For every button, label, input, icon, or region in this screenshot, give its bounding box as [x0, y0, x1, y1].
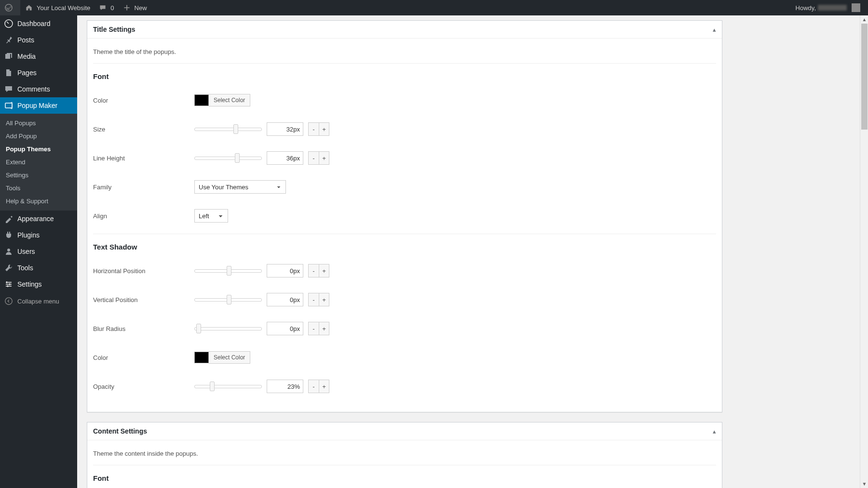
blur-input[interactable] — [267, 322, 303, 335]
field-opacity: Opacity - + — [93, 375, 716, 397]
sidebar-item-plugins[interactable]: Plugins — [0, 227, 77, 243]
sidebar-item-popup-maker[interactable]: Popup Maker — [0, 97, 77, 114]
field-blur: Blur Radius - + — [93, 317, 716, 340]
site-name: Your Local Website — [37, 4, 90, 12]
decrement-button[interactable]: - — [308, 293, 319, 306]
submenu-item-extend[interactable]: Extend — [0, 156, 77, 169]
submenu-item-settings[interactable]: Settings — [0, 169, 77, 182]
field-align: Align Left — [93, 205, 716, 227]
pages-icon — [4, 68, 14, 78]
postbox-desc: Theme the title of the popups. — [93, 48, 716, 55]
field-label: Horizontal Position — [93, 267, 194, 275]
submenu-item-tools[interactable]: Tools — [0, 182, 77, 195]
home-icon — [24, 3, 34, 13]
scrollbar[interactable]: ▲ ▼ — [860, 15, 868, 488]
decrement-button[interactable]: - — [308, 122, 319, 136]
submenu-item-all-popups[interactable]: All Popups — [0, 117, 77, 130]
collapse-label: Collapse menu — [17, 298, 59, 305]
scroll-down-button[interactable]: ▼ — [860, 480, 868, 488]
field-label: Vertical Position — [93, 296, 194, 303]
section-text-shadow: Text Shadow — [93, 243, 716, 251]
sidebar-item-comments[interactable]: Comments — [0, 81, 77, 97]
field-font-size: Size - + — [93, 118, 716, 140]
align-select[interactable]: Left — [194, 209, 228, 223]
field-label: Color — [93, 354, 194, 361]
increment-button[interactable]: + — [319, 293, 329, 306]
wp-logo[interactable] — [0, 0, 20, 15]
color-swatch[interactable] — [194, 94, 209, 106]
sidebar-item-posts[interactable]: Posts — [0, 32, 77, 48]
submenu-item-add-popup[interactable]: Add Popup — [0, 130, 77, 143]
line-height-input[interactable] — [267, 151, 303, 165]
increment-button[interactable]: + — [319, 380, 329, 393]
scroll-thumb[interactable] — [861, 24, 868, 130]
users-icon — [4, 247, 14, 256]
sidebar-item-pages[interactable]: Pages — [0, 65, 77, 81]
decrement-button[interactable]: - — [308, 322, 319, 335]
hpos-slider[interactable] — [194, 266, 262, 276]
sidebar-item-label: Settings — [17, 280, 42, 288]
increment-button[interactable]: + — [319, 151, 329, 165]
select-color-button[interactable]: Select Color — [209, 351, 250, 364]
font-family-select[interactable]: Use Your Themes — [194, 180, 286, 194]
increment-button[interactable]: + — [319, 322, 329, 335]
sidebar-item-label: Tools — [17, 264, 33, 272]
scroll-up-button[interactable]: ▲ — [860, 15, 868, 24]
chevron-up-icon[interactable]: ▴ — [713, 26, 716, 33]
comments-link[interactable]: 0 — [94, 0, 118, 15]
field-label: Blur Radius — [93, 325, 194, 332]
postbox-title: Title Settings — [93, 26, 136, 33]
decrement-button[interactable]: - — [308, 151, 319, 165]
postbox-handle[interactable]: Title Settings ▴ — [87, 21, 722, 39]
svg-point-4 — [5, 298, 12, 304]
sidebar-item-dashboard[interactable]: Dashboard — [0, 15, 77, 32]
opacity-input[interactable] — [267, 380, 303, 393]
sidebar-item-label: Appearance — [17, 215, 54, 223]
line-height-slider[interactable] — [194, 153, 262, 163]
sidebar-item-settings[interactable]: Settings — [0, 276, 77, 292]
collapse-menu[interactable]: Collapse menu — [0, 292, 77, 310]
sidebar-item-label: Pages — [17, 69, 37, 77]
opacity-slider[interactable] — [194, 382, 262, 391]
field-font-family: Family Use Your Themes — [93, 176, 716, 198]
color-swatch[interactable] — [194, 352, 209, 363]
site-name-link[interactable]: Your Local Website — [20, 0, 94, 15]
postbox-handle[interactable]: Content Settings ▴ — [87, 422, 722, 440]
increment-button[interactable]: + — [319, 264, 329, 277]
decrement-button[interactable]: - — [308, 264, 319, 277]
sidebar-item-media[interactable]: Media — [0, 48, 77, 65]
plus-icon — [122, 3, 132, 13]
sidebar-item-tools[interactable]: Tools — [0, 260, 77, 276]
collapse-icon — [4, 296, 14, 306]
my-account[interactable]: Howdy, — [792, 0, 864, 15]
field-label: Family — [93, 184, 194, 191]
sidebar-item-label: Popup Maker — [17, 102, 57, 109]
sidebar-item-label: Users — [17, 248, 35, 255]
field-font-color: Color Select Color — [93, 89, 716, 111]
sidebar-item-label: Posts — [17, 36, 34, 44]
submenu-item-popup-themes[interactable]: Popup Themes — [0, 143, 77, 156]
blur-slider[interactable] — [194, 324, 262, 333]
submenu-item-help-support[interactable]: Help & Support — [0, 195, 77, 208]
section-font: Font — [93, 474, 716, 482]
vpos-input[interactable] — [267, 293, 303, 306]
sidebar-item-users[interactable]: Users — [0, 243, 77, 260]
select-color-button[interactable]: Select Color — [209, 94, 250, 106]
svg-point-3 — [7, 249, 10, 251]
field-label: Size — [93, 126, 194, 133]
field-line-height: Line Height - + — [93, 147, 716, 169]
plugins-icon — [4, 230, 14, 240]
media-icon — [4, 52, 14, 61]
field-shadow-color: Color Select Color — [93, 346, 716, 369]
increment-button[interactable]: + — [319, 122, 329, 136]
size-input[interactable] — [267, 122, 303, 136]
sidebar-item-appearance[interactable]: Appearance — [0, 211, 77, 227]
postbox-desc: Theme the content inside the popups. — [93, 450, 716, 457]
chevron-up-icon[interactable]: ▴ — [713, 428, 716, 435]
new-content-link[interactable]: New — [118, 0, 151, 15]
decrement-button[interactable]: - — [308, 380, 319, 393]
size-slider[interactable] — [194, 124, 262, 134]
vpos-slider[interactable] — [194, 295, 262, 304]
hpos-input[interactable] — [267, 264, 303, 277]
field-label: Line Height — [93, 155, 194, 162]
